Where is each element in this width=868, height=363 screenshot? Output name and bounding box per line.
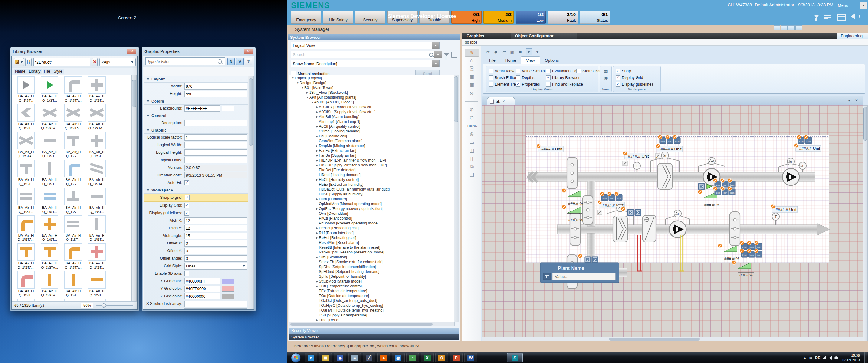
library-item[interactable]: BA_Air_H Q_1\ST... — [61, 271, 85, 299]
category-life-safety-button[interactable]: Life Safety — [323, 11, 353, 24]
collapse-icon[interactable]: ▼ — [310, 101, 314, 104]
zoom-selection-icon[interactable]: ⊕ — [465, 130, 478, 138]
taskbar-notepad[interactable]: ≡ — [348, 353, 361, 362]
color-swatch[interactable] — [222, 294, 235, 299]
save-filter-icon[interactable] — [451, 52, 457, 58]
damper-symbol[interactable] — [730, 212, 740, 246]
tree-item[interactable]: ▶FanEx [Extract air fan] — [289, 148, 455, 153]
library-item[interactable]: BA_Air_H Q_1\ST... — [38, 215, 61, 243]
tree-item[interactable]: PltCtl [Plant control] — [289, 216, 455, 221]
filter-symbol[interactable] — [613, 216, 627, 242]
tree-item[interactable]: ▶AlmBdl [Alarm bundling] — [289, 114, 455, 119]
property-color-input[interactable] — [184, 105, 220, 112]
property-input[interactable] — [184, 255, 247, 262]
tree-item[interactable]: ▶FilSuDP [Sply_air filter & flow mon_, D… — [289, 163, 455, 168]
category-security-button[interactable]: Security — [355, 11, 385, 24]
library-item[interactable]: BA_Air_H Q_1\ST... — [38, 160, 61, 187]
tree-item[interactable]: HuEx [Extract air humidity] — [289, 182, 455, 187]
filter-icon[interactable] — [444, 53, 449, 57]
property-input[interactable] — [184, 83, 247, 90]
checkbox-depths[interactable]: Depths — [516, 75, 534, 80]
tree-item[interactable]: ▶Ccl [Cooling coil] — [289, 134, 455, 139]
collapse-icon[interactable]: ▼ — [301, 86, 304, 89]
tree-item[interactable]: TSu [Supply air temperature] — [289, 313, 455, 317]
fan-symbol[interactable] — [669, 221, 686, 238]
section-header-layout[interactable]: Layout — [144, 75, 249, 83]
expand-icon[interactable]: ▶ — [315, 255, 319, 259]
zoom-out-icon[interactable]: ⊖ — [465, 114, 478, 121]
tree-item[interactable]: HuSu [Supply air humidity] — [289, 192, 455, 196]
expand-icon[interactable]: ▶ — [315, 207, 319, 210]
taskbar-siemens-app-active[interactable]: S — [507, 353, 523, 362]
percent-value-label[interactable]: ###.# % — [704, 202, 720, 207]
taskbar-windows-explorer[interactable]: ▤ — [319, 353, 332, 362]
tree-item[interactable]: ▼APlt [Air conditioning plants] — [289, 95, 455, 100]
tray-app-icon[interactable]: ▦ — [809, 356, 812, 360]
column-header-style[interactable]: Style — [52, 69, 64, 74]
library-item[interactable]: BA_Air_H Q_1\ST... — [38, 299, 61, 301]
visibility-icon[interactable]: ◉ — [603, 75, 609, 81]
property-input[interactable] — [184, 225, 247, 232]
percent-value-label[interactable]: ###.# % — [567, 201, 584, 206]
action-center-icon[interactable] — [834, 356, 838, 359]
tree-item[interactable]: TOaDct [Outs_air temp_outs_duct] — [289, 298, 455, 303]
system-browser-header[interactable]: System Browser — [288, 34, 460, 40]
library-item[interactable]: BA_Air_H Q_1\ST... — [85, 243, 108, 271]
checkbox-snap[interactable]: ✓Snap — [616, 69, 631, 73]
taskbar-word[interactable]: W — [464, 353, 477, 362]
library-item[interactable]: BA_Air_H Q_1\STA... — [61, 76, 85, 104]
tree-item[interactable]: ▶Trnd [Trend] — [289, 317, 455, 322]
expand-icon[interactable]: ▶ — [315, 232, 319, 235]
close-icon[interactable]: ✕ — [127, 49, 136, 55]
graphic-canvas[interactable]: ####.# Unit####.# Uniticoniconicon####.#… — [482, 105, 863, 341]
filter-n-button[interactable]: N — [227, 58, 235, 65]
property-input[interactable] — [184, 172, 247, 179]
network-icon[interactable] — [823, 356, 826, 359]
more-dropdown-icon[interactable]: ▾ — [534, 49, 540, 55]
split-view-icon[interactable]: ◫ — [465, 147, 478, 154]
percent-value-label[interactable]: ###.# % — [724, 256, 740, 261]
expand-icon[interactable]: ▶ — [315, 236, 319, 239]
library-item[interactable]: BA_Air_H Q_1\STA... — [38, 271, 61, 299]
tree-item[interactable]: TOaHysC [Outside temp_hys_cooling] — [289, 303, 455, 308]
color-swatch[interactable] — [222, 106, 235, 111]
library-item[interactable]: BA_Air_H Q_1\ST... — [38, 132, 61, 160]
column-header-file[interactable]: File — [43, 69, 52, 74]
collapse-icon[interactable]: ▼ — [306, 96, 309, 99]
taskbar-excel[interactable]: X — [421, 353, 434, 362]
library-item[interactable]: BA_Air_H Q_1\ST... — [14, 299, 38, 301]
analog-output-ramp[interactable] — [737, 263, 752, 269]
library-item[interactable]: BA_Air_H Q_1\ST... — [14, 271, 38, 299]
save-icon[interactable]: ▣ — [517, 49, 523, 55]
clear-search-button[interactable]: ✕ — [92, 58, 98, 66]
expand-icon[interactable]: ▶ — [315, 115, 319, 118]
expand-icon[interactable]: ▶ — [315, 178, 319, 181]
edit-pen-icon[interactable]: ✎ — [465, 49, 479, 57]
tree-item[interactable]: ▶Hum [Humidifier] — [289, 196, 455, 202]
library-item[interactable]: BA_Air_H Q_1\STA... — [85, 160, 108, 187]
property-checkbox[interactable]: ✓ — [184, 211, 189, 216]
counter-medium-button[interactable]: 2/3Medium — [484, 11, 514, 24]
tree-item[interactable]: ▶SttUpMod [Startup mode] — [289, 279, 455, 284]
expand-icon[interactable]: ▶ — [315, 149, 319, 152]
grid-settings-icon[interactable]: ▦ — [603, 68, 609, 74]
tree-item[interactable]: CDmd [Cooling demand] — [289, 129, 455, 134]
library-item[interactable]: BA_Air_H Q_1\ST... — [61, 299, 85, 301]
library-item[interactable]: BA_Air_H Q_1\ST... — [61, 187, 85, 215]
property-input[interactable] — [184, 142, 247, 148]
tree-item[interactable]: ▶PreHcl [Preheating coil] — [289, 226, 455, 231]
tree-item[interactable]: CmnAlm [Common alarm] — [289, 139, 455, 143]
library-item[interactable]: BA_Air_H Q_1\ST... — [85, 187, 108, 215]
tree-item[interactable]: RsnPrOpM [Reason present op_mode] — [289, 250, 455, 255]
ribbon-tab-file[interactable]: File — [484, 57, 500, 64]
tree-item[interactable]: ▶HuCtl [Humidity control] — [289, 177, 455, 182]
tree-item[interactable]: ▶13th_Floor [Stockwerk] — [289, 90, 455, 95]
tree-item[interactable]: Ovrr [Overridden] — [289, 211, 455, 216]
window-layout-icon[interactable] — [837, 13, 846, 21]
section-header-workspace[interactable]: Workspace — [144, 187, 249, 193]
expand-icon[interactable]: ▶ — [315, 105, 319, 109]
counter-high-button[interactable]: 0/1High — [452, 11, 482, 24]
column-header-library[interactable]: Library — [27, 69, 42, 74]
taskbar-internet-explorer[interactable]: e — [305, 353, 317, 362]
fit-view-icon[interactable]: ▭ — [465, 139, 478, 146]
